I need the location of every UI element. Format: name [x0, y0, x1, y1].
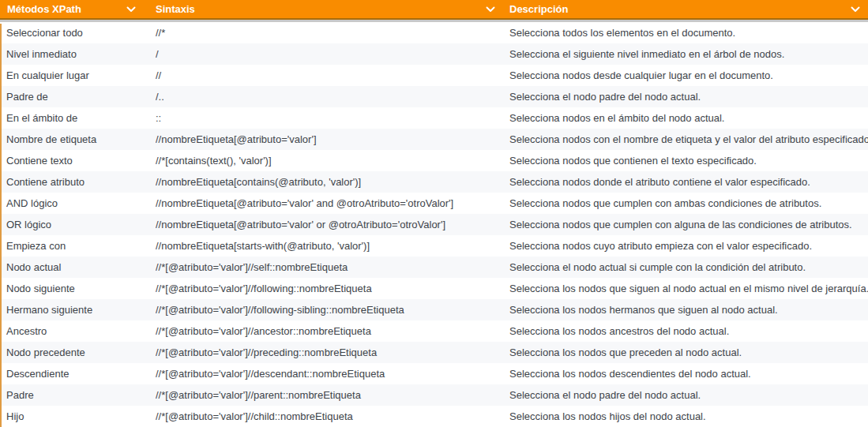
chevron-down-icon[interactable]: [126, 6, 136, 13]
table-row: En el ámbito de :: Selecciona nodos en e…: [0, 107, 868, 129]
column-header-sintaxis[interactable]: Sintaxis: [156, 0, 509, 18]
table-row: En cualquier lugar // Selecciona nodos d…: [0, 65, 868, 86]
method-cell: AND lógico: [0, 197, 156, 209]
table-row: Nodo siguiente //*[@atributo='valor']//f…: [0, 278, 868, 299]
syntax-cell: //*[@atributo='valor']//descendant::nomb…: [156, 368, 509, 380]
method-cell: Ancestro: [0, 325, 156, 337]
syntax-cell: //nombreEtiqueta[contains(@atributo, 'va…: [156, 176, 509, 188]
method-cell: Empieza con: [0, 240, 156, 252]
table-row: Nodo actual //*[@atributo='valor']//self…: [0, 257, 868, 278]
description-cell: Selecciona nodos que cumplen con ambas c…: [509, 197, 868, 209]
syntax-cell: //*[@atributo='valor']//preceding::nombr…: [156, 346, 509, 358]
description-cell: Selecciona nodos con el nombre de etique…: [509, 133, 868, 145]
method-cell: En el ámbito de: [0, 112, 156, 124]
syntax-cell: //: [156, 69, 509, 81]
syntax-cell: //nombreEtiqueta[@atributo='valor']: [156, 133, 509, 145]
syntax-cell: //*[contains(text(), 'valor')]: [156, 155, 509, 167]
table-row: Nivel inmediato / Selecciona el siguient…: [0, 43, 868, 65]
syntax-cell: //nombreEtiqueta[starts-with(@atributo, …: [156, 240, 509, 252]
method-cell: Descendiente: [0, 368, 156, 380]
table-row: Hermano siguiente //*[@atributo='valor']…: [0, 299, 868, 320]
method-cell: Contiene texto: [0, 155, 156, 167]
description-cell: Selecciona nodos en el ámbito del nodo a…: [509, 112, 868, 124]
syntax-cell: //*: [156, 27, 509, 39]
table-row: Nombre de etiqueta //nombreEtiqueta[@atr…: [0, 129, 868, 150]
description-cell: Selecciona todos los elementos en el doc…: [509, 27, 868, 39]
method-cell: Seleccionar todo: [0, 27, 156, 39]
method-cell: Nodo actual: [0, 261, 156, 273]
syntax-cell: //*[@atributo='valor']//parent::nombreEt…: [156, 389, 509, 401]
syntax-cell: /..: [156, 91, 509, 103]
table-row: Ancestro //*[@atributo='valor']//ancesto…: [0, 320, 868, 342]
description-cell: Selecciona nodos donde el atributo conti…: [509, 176, 868, 188]
table-row: Empieza con //nombreEtiqueta[starts-with…: [0, 235, 868, 257]
table-row: Seleccionar todo //* Selecciona todos lo…: [0, 22, 868, 43]
description-cell: Selecciona el siguiente nivel inmediato …: [509, 48, 868, 60]
method-cell: En cualquier lugar: [0, 69, 156, 81]
chevron-down-icon[interactable]: [851, 6, 860, 13]
description-cell: Selecciona los nodos hermanos que siguen…: [509, 304, 868, 316]
table-row: OR lógico //nombreEtiqueta[@atributo='va…: [0, 214, 868, 235]
chevron-down-icon[interactable]: [486, 6, 495, 13]
method-cell: Nombre de etiqueta: [0, 133, 156, 145]
left-accent-stripe: [0, 24, 2, 427]
description-cell: Selecciona el nodo actual si cumple con …: [509, 261, 868, 273]
syntax-cell: //nombreEtiqueta[@atributo='valor' or @o…: [156, 219, 509, 230]
table-row: Hijo //*[@atributo='valor']//child::nomb…: [0, 406, 868, 427]
table-row: Contiene atributo //nombreEtiqueta[conta…: [0, 171, 868, 193]
description-cell: Selecciona nodos desde cualquier lugar e…: [509, 69, 868, 81]
method-cell: Nivel inmediato: [0, 48, 156, 60]
table-row: Contiene texto //*[contains(text(), 'val…: [0, 150, 868, 171]
description-cell: Selecciona nodos que contienen el texto …: [509, 155, 868, 167]
syntax-cell: //*[@atributo='valor']//child::nombreEti…: [156, 410, 509, 422]
description-cell: Selecciona los nodos hijos del nodo actu…: [509, 410, 868, 422]
column-header-label: Sintaxis: [156, 3, 195, 15]
syntax-cell: /: [156, 48, 509, 60]
table-row: Descendiente //*[@atributo='valor']//des…: [0, 363, 868, 384]
table-row: Padre //*[@atributo='valor']//parent::no…: [0, 384, 868, 406]
syntax-cell: //*[@atributo='valor']//following::nombr…: [156, 283, 509, 294]
description-cell: Selecciona el nodo padre del nodo actual…: [509, 389, 868, 401]
syntax-cell: //nombreEtiqueta[@atributo='valor' and @…: [156, 197, 509, 209]
description-cell: Selecciona los nodos que siguen al nodo …: [509, 283, 868, 294]
column-header-descripcion[interactable]: Descripción: [509, 0, 868, 18]
syntax-cell: //*[@atributo='valor']//self::nombreEtiq…: [156, 261, 509, 273]
table-row: AND lógico //nombreEtiqueta[@atributo='v…: [0, 193, 868, 214]
description-cell: Selecciona los nodos ancestros del nodo …: [509, 325, 868, 337]
column-header-label: Descripción: [509, 3, 568, 15]
table-header: Métodos XPath Sintaxis Descripción: [0, 0, 868, 20]
method-cell: Padre: [0, 389, 156, 401]
table-row: Padre de /.. Selecciona el nodo padre de…: [0, 86, 868, 107]
description-cell: Selecciona nodos cuyo atributo empieza c…: [509, 240, 868, 252]
column-header-label: Métodos XPath: [7, 3, 81, 15]
syntax-cell: //*[@atributo='valor']//following-siblin…: [156, 304, 509, 316]
description-cell: Selecciona los nodos descendientes del n…: [509, 368, 868, 380]
xpath-reference-table: Métodos XPath Sintaxis Descripción: [0, 0, 868, 427]
syntax-cell: ::: [156, 112, 509, 124]
method-cell: Padre de: [0, 91, 156, 103]
method-cell: Nodo siguiente: [0, 283, 156, 294]
description-cell: Selecciona los nodos que preceden al nod…: [509, 346, 868, 358]
description-cell: Selecciona el nodo padre del nodo actual…: [509, 91, 868, 103]
method-cell: Contiene atributo: [0, 176, 156, 188]
column-header-metodos-xpath[interactable]: Métodos XPath: [0, 0, 156, 18]
method-cell: OR lógico: [0, 219, 156, 230]
table-body: Seleccionar todo //* Selecciona todos lo…: [0, 22, 868, 427]
description-cell: Selecciona nodos que cumplen con alguna …: [509, 219, 868, 230]
method-cell: Nodo precedente: [0, 346, 156, 358]
method-cell: Hijo: [0, 410, 156, 422]
method-cell: Hermano siguiente: [0, 304, 156, 316]
syntax-cell: //*[@atributo='valor']//ancestor::nombre…: [156, 325, 509, 337]
table-row: Nodo precedente //*[@atributo='valor']//…: [0, 342, 868, 363]
